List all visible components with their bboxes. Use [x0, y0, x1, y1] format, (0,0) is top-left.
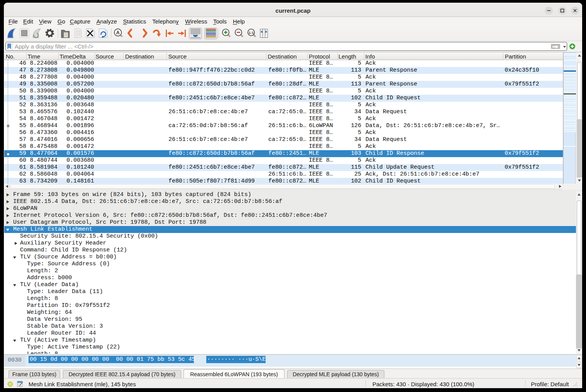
svg-text:1:1: 1:1 — [249, 31, 254, 35]
svg-text:0011: 0011 — [76, 34, 81, 37]
svg-text:A: A — [116, 30, 120, 35]
